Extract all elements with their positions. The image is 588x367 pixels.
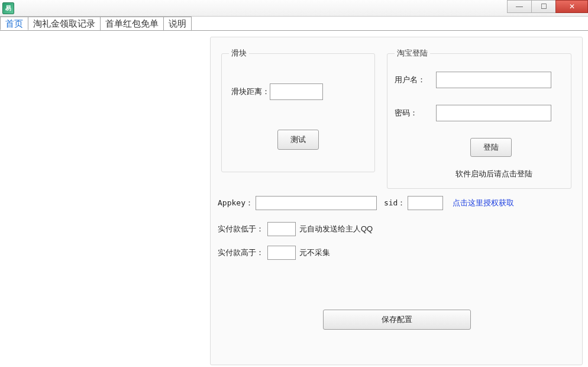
tab-home[interactable]: 首页 xyxy=(0,17,28,30)
low-row: 实付款低于： 元自动发送给主人QQ xyxy=(218,222,373,236)
titlebar: 易 — ☐ ✕ xyxy=(0,0,588,17)
pay-high-suffix: 元不采集 xyxy=(299,247,330,258)
appkey-input[interactable] xyxy=(256,196,377,210)
pay-low-prefix: 实付款低于： xyxy=(218,224,264,234)
auth-link[interactable]: 点击这里授权获取 xyxy=(453,198,514,208)
login-button[interactable]: 登陆 xyxy=(470,138,512,157)
save-button[interactable]: 保存配置 xyxy=(323,310,471,330)
slider-distance-input[interactable] xyxy=(270,83,323,100)
login-hint: 软件启动后请点击登陆 xyxy=(424,169,564,179)
maximize-button[interactable]: ☐ xyxy=(531,0,556,13)
slider-distance-label: 滑块距离： xyxy=(231,86,270,97)
pay-high-prefix: 实付款高于： xyxy=(218,247,264,258)
app-icon: 易 xyxy=(2,2,14,14)
password-label: 密码： xyxy=(395,108,436,118)
appkey-row: Appkey： sid： 点击这里授权获取 xyxy=(218,196,514,210)
main-panel: 滑块 滑块距离： 测试 淘宝登陆 用户名： 密码： xyxy=(210,37,583,365)
login-group: 淘宝登陆 用户名： 密码： 登陆 软件启动后请点击登陆 xyxy=(387,48,571,189)
sid-label: sid： xyxy=(384,198,405,208)
login-legend: 淘宝登陆 xyxy=(395,48,430,59)
sid-input[interactable] xyxy=(408,196,443,210)
username-input[interactable] xyxy=(436,72,551,88)
tabs: 首页 淘礼金领取记录 首单红包免单 说明 xyxy=(0,17,588,31)
password-input[interactable] xyxy=(436,105,551,121)
username-label: 用户名： xyxy=(395,75,436,85)
content: 滑块 滑块距离： 测试 淘宝登陆 用户名： 密码： xyxy=(0,31,588,367)
minimize-button[interactable]: — xyxy=(507,0,532,13)
close-button[interactable]: ✕ xyxy=(555,0,588,13)
test-button[interactable]: 测试 xyxy=(277,130,319,150)
window-controls: — ☐ ✕ xyxy=(508,0,588,13)
tab-free[interactable]: 首单红包免单 xyxy=(100,17,164,30)
pay-low-suffix: 元自动发送给主人QQ xyxy=(299,224,373,234)
save-row: 保存配置 xyxy=(323,310,471,330)
tab-help[interactable]: 说明 xyxy=(163,17,192,30)
slider-group: 滑块 滑块距离： 测试 xyxy=(221,48,375,172)
pay-low-input[interactable] xyxy=(267,222,296,236)
pay-high-input[interactable] xyxy=(267,246,296,260)
appkey-label: Appkey： xyxy=(218,198,253,208)
slider-legend: 滑块 xyxy=(229,48,249,59)
high-row: 实付款高于： 元不采集 xyxy=(218,246,330,260)
tab-record[interactable]: 淘礼金领取记录 xyxy=(28,17,101,30)
